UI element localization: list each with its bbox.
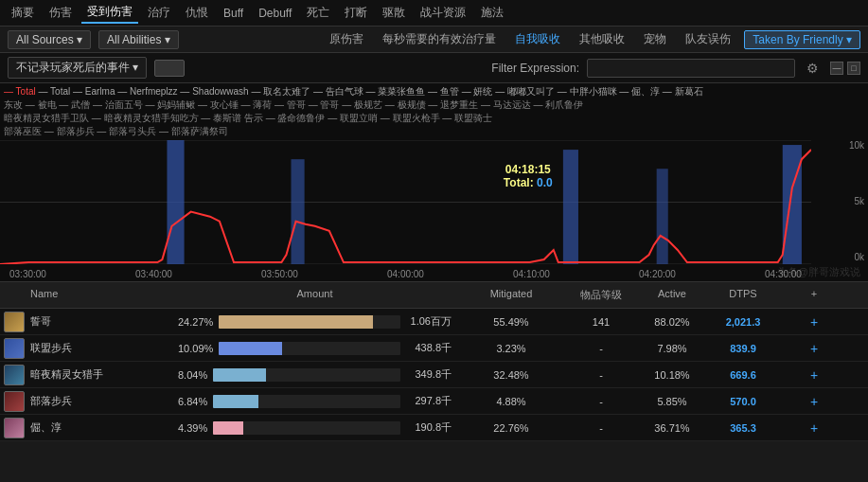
nav-resources[interactable]: 战斗资源 [415,3,471,23]
row-0-expand[interactable]: + [781,312,847,331]
avatar-2 [4,365,25,385]
row-2-ilvl: - [563,367,639,383]
filter-expression-label: Filter Expression: [491,62,579,75]
minimize-button[interactable]: — [830,62,843,75]
taken-by-friendly-dropdown[interactable]: Taken By Friendly ▾ [744,30,860,49]
row-0-bar: 24.27% 1.06百万 [170,312,459,330]
nav-healing[interactable]: 治疗 [142,3,176,23]
nav-ehps[interactable]: 每秒需要的有效治疗量 [377,29,502,49]
nav-summary[interactable]: 摘要 [6,3,40,23]
event-filter-dropdown[interactable]: 不记录玩家死后的事件 ▾ [8,57,147,79]
row-2-name: 暗夜精灵女猎手 [0,363,170,387]
row-1-active: 7.98% [639,341,705,356]
row-1-bar-track [219,342,400,355]
header-dtps: DTPS [705,286,781,304]
nav-pet[interactable]: 宠物 [638,29,672,49]
nav-debuff[interactable]: Debuff [253,5,297,22]
filter-expression-input[interactable] [587,59,795,78]
row-2-expand[interactable]: + [781,366,847,384]
avatar-3 [4,391,25,412]
row-4-active: 36.71% [639,420,705,436]
svg-rect-6 [657,169,668,264]
table-row[interactable]: 倔、淳 4.39% 190.8千 22.76% - 36.71% 365.3 + [0,415,868,441]
x-axis-2: 03:50:00 [261,269,298,279]
row-4-name: 倔、淳 [0,416,170,440]
table-row[interactable]: 部落步兵 6.84% 297.8千 4.88% - 5.85% 570.0 + [0,388,868,415]
legend-line-2: 东改 — 被电 — 武僧 — 治面五号 — 妈妈辅鳅 — 攻心锤 — 薄荷 — … [4,98,811,112]
all-sources-dropdown[interactable]: All Sources ▾ [8,30,91,49]
avatar-1 [4,338,25,359]
header-ilvl: 物品等级 [563,286,639,304]
y-axis-0k: 0k [854,252,864,262]
table-row[interactable]: 暗夜精灵女猎手 8.04% 349.8千 32.48% - 10.18% 669… [0,362,868,388]
restore-button[interactable]: □ [847,62,860,75]
nav-raw-damage[interactable]: 原伤害 [324,29,369,49]
nav-death[interactable]: 死亡 [301,3,335,23]
row-4-expand[interactable]: + [781,419,847,437]
top-nav: 摘要 伤害 受到伤害 治疗 仇恨 Buff Debuff 死亡 打断 驱散 战斗… [0,0,868,27]
y-axis-10k: 10k [849,140,864,151]
all-abilities-dropdown[interactable]: All Abilities ▾ [98,30,179,49]
avatar-4 [4,418,25,438]
watermark: 头条@胖哥游戏说 [777,265,860,279]
row-2-bar-track [213,368,400,382]
chart-legend: — Total — Total — Earlma — Nerfmeplzz — … [4,85,811,138]
row-3-dtps: 570.0 [705,394,781,409]
chart-x-axis: 03:30:00 03:40:00 03:50:00 04:00:00 04:1… [0,269,811,279]
legend-total: — Total [4,86,36,97]
row-3-mitigated: 4.88% [459,394,563,409]
table-row[interactable]: 誓哥 24.27% 1.06百万 55.49% 141 88.02% 2,021… [0,309,868,335]
nav-self-absorb[interactable]: 自我吸收 [509,29,566,49]
legend-line-4: 部落巫医 — 部落步兵 — 部落弓头兵 — 部落萨满祭司 [4,125,811,138]
row-3-ilvl: - [563,394,639,409]
nav-friendly-fire[interactable]: 队友误伤 [680,29,736,49]
nav-threat[interactable]: 仇恨 [180,3,214,23]
settings-icon[interactable]: ⚙ [803,61,823,76]
nav-damage-taken[interactable]: 受到伤害 [81,2,138,24]
nav-damage[interactable]: 伤害 [44,3,78,23]
row-3-bar-fill [213,395,257,408]
legend-text-1: — Total — Earlma — Nerfmeplzz — Shadowwa… [39,86,703,97]
svg-rect-5 [563,150,578,264]
row-2-bar: 8.04% 349.8千 [170,366,459,384]
nav-interrupt[interactable]: 打断 [339,3,373,23]
row-3-expand[interactable]: + [781,392,847,411]
header-amount: Amount [170,286,459,304]
svg-rect-4 [292,159,305,264]
window-controls: — □ [830,62,860,75]
nav-other-absorb[interactable]: 其他吸收 [574,29,630,49]
nav-cast[interactable]: 施法 [475,3,509,23]
tooltip-total: Total: 0.0 [504,176,553,189]
row-4-bar-fill [213,421,243,435]
svg-rect-7 [783,145,802,264]
avatar-0 [4,312,25,332]
header-active: Active [639,286,705,304]
row-4-bar: 4.39% 190.8千 [170,419,459,437]
row-2-bar-fill [213,368,265,382]
nav-dispel[interactable]: 驱散 [377,3,411,23]
row-1-expand[interactable]: + [781,339,847,358]
filter-bar: 不记录玩家死后的事件 ▾ Filter Expression: ⚙ — □ [0,53,868,83]
row-3-bar-track [213,395,400,408]
chart-svg [0,140,811,264]
nav-buff[interactable]: Buff [218,5,249,22]
row-4-mitigated: 22.76% [459,420,563,436]
table-row[interactable]: 联盟步兵 10.09% 438.8千 3.23% - 7.98% 839.9 + [0,335,868,362]
row-1-bar: 10.09% 438.8千 [170,339,459,357]
row-2-dtps: 669.6 [705,367,781,383]
header-expand: + [781,286,847,304]
chart-area: — Total — Total — Earlma — Nerfmeplzz — … [0,83,868,282]
row-0-bar-fill [219,315,373,329]
row-0-dtps: 2,021.3 [705,314,781,330]
row-3-active: 5.85% [639,394,705,409]
tooltip-total-value: 0.0 [537,176,553,189]
svg-rect-3 [167,140,184,264]
toggle-button[interactable] [154,60,185,77]
x-axis-1: 03:40:00 [135,269,172,279]
row-0-active: 88.02% [639,314,705,330]
header-mitigated: Mitigated [459,286,563,304]
y-axis-5k: 5k [854,196,864,206]
x-axis-0: 03:30:00 [9,269,46,279]
chart-y-axis: 10k 5k 0k [816,140,868,262]
row-1-mitigated: 3.23% [459,341,563,356]
